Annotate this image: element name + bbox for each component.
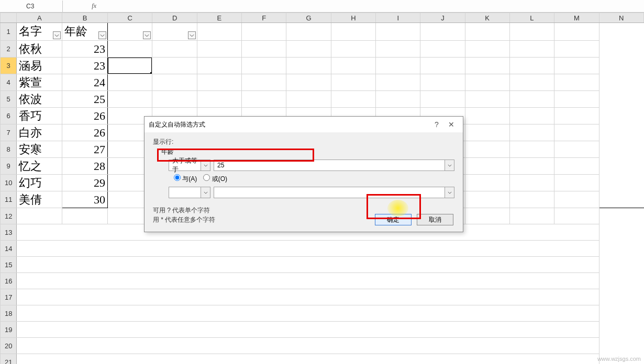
cell[interactable] — [242, 41, 286, 58]
cell[interactable] — [286, 58, 331, 74]
cell[interactable] — [465, 124, 509, 141]
cell[interactable]: 30 — [62, 191, 108, 208]
cell[interactable] — [152, 41, 197, 58]
dialog-titlebar[interactable]: 自定义自动筛选方式 ? ✕ — [145, 117, 463, 132]
cell[interactable] — [17, 257, 599, 273]
cell[interactable] — [376, 74, 420, 91]
cell[interactable] — [17, 354, 599, 365]
cell[interactable] — [331, 41, 375, 58]
cell[interactable] — [152, 91, 197, 108]
cell[interactable] — [376, 58, 420, 74]
cell[interactable]: 依秋 — [17, 41, 62, 58]
cell[interactable] — [509, 91, 554, 108]
col-header-I[interactable]: I — [376, 13, 420, 23]
cell[interactable] — [331, 23, 375, 41]
cell[interactable] — [152, 74, 197, 91]
cell[interactable] — [242, 23, 286, 41]
cell[interactable] — [554, 58, 599, 74]
cell[interactable]: 26 — [62, 124, 108, 141]
row-header[interactable]: 7 — [1, 124, 17, 141]
cell[interactable]: 28 — [62, 158, 108, 175]
row-header[interactable]: 19 — [1, 322, 17, 338]
cell[interactable] — [17, 289, 599, 305]
help-icon[interactable]: ? — [429, 119, 444, 130]
cell[interactable] — [242, 58, 286, 74]
cell[interactable] — [509, 74, 554, 91]
chevron-down-icon[interactable] — [201, 187, 210, 198]
cell-C1[interactable] — [108, 23, 152, 41]
cell[interactable] — [554, 124, 599, 141]
cell[interactable] — [62, 208, 108, 224]
cell[interactable]: 忆之 — [17, 158, 62, 175]
row-header-1[interactable]: 1 — [1, 23, 17, 41]
condition2-operator-combo[interactable] — [169, 187, 210, 198]
filter-button-A[interactable] — [53, 31, 61, 39]
row-header[interactable]: 8 — [1, 141, 17, 158]
col-header-N[interactable]: N — [599, 13, 643, 23]
cell[interactable] — [509, 58, 554, 74]
cell[interactable] — [197, 58, 241, 74]
cell[interactable] — [17, 338, 599, 354]
cell[interactable] — [17, 273, 599, 289]
cell[interactable] — [17, 208, 62, 224]
col-header-C[interactable]: C — [108, 13, 152, 23]
cell[interactable] — [509, 23, 554, 41]
row-header[interactable]: 16 — [1, 273, 17, 289]
condition1-operator-combo[interactable]: 大于或等于 — [169, 160, 210, 171]
select-all-corner[interactable] — [1, 13, 17, 23]
cell[interactable] — [108, 41, 152, 58]
cell[interactable] — [420, 41, 465, 58]
row-header[interactable]: 2 — [1, 41, 17, 58]
cell[interactable] — [465, 41, 509, 58]
cell[interactable] — [509, 141, 554, 158]
cell[interactable]: 27 — [62, 141, 108, 158]
cell[interactable] — [554, 23, 599, 41]
cell[interactable] — [465, 108, 509, 124]
cell[interactable] — [152, 58, 197, 74]
cell[interactable] — [242, 91, 286, 108]
cell[interactable] — [554, 108, 599, 124]
cell[interactable]: 白亦 — [17, 124, 62, 141]
formula-input[interactable] — [99, 1, 644, 12]
name-box[interactable]: C3 — [0, 1, 63, 12]
cell[interactable] — [509, 158, 554, 175]
col-header-G[interactable]: G — [286, 13, 331, 23]
cell[interactable] — [286, 91, 331, 108]
cell[interactable]: 29 — [62, 175, 108, 191]
cell[interactable] — [197, 91, 241, 108]
cell[interactable] — [509, 208, 554, 224]
row-header[interactable]: 13 — [1, 224, 17, 241]
cell[interactable] — [376, 23, 420, 41]
col-header-H[interactable]: H — [331, 13, 375, 23]
cell[interactable] — [465, 175, 509, 191]
cell[interactable] — [509, 191, 554, 208]
cell[interactable] — [554, 158, 599, 175]
row-header[interactable]: 10 — [1, 175, 17, 191]
cell[interactable] — [420, 74, 465, 91]
cell[interactable] — [197, 23, 241, 41]
row-header[interactable]: 5 — [1, 91, 17, 108]
row-header[interactable]: 21 — [1, 354, 17, 365]
cell[interactable] — [509, 108, 554, 124]
cell[interactable]: 23 — [62, 58, 108, 74]
cell[interactable] — [197, 74, 241, 91]
cell[interactable] — [420, 91, 465, 108]
cell[interactable] — [465, 208, 509, 224]
cell[interactable] — [420, 58, 465, 74]
row-header[interactable]: 11 — [1, 191, 17, 208]
cell[interactable]: 紫萱 — [17, 74, 62, 91]
col-header-F[interactable]: F — [242, 13, 286, 23]
cell[interactable] — [242, 74, 286, 91]
cell[interactable] — [465, 141, 509, 158]
cell[interactable] — [286, 41, 331, 58]
cell[interactable]: 幻巧 — [17, 175, 62, 191]
cell[interactable] — [465, 58, 509, 74]
cell[interactable] — [465, 191, 509, 208]
cell-C3-selected[interactable] — [108, 58, 152, 74]
cell[interactable] — [554, 191, 599, 208]
col-header-B[interactable]: B — [62, 13, 108, 23]
filter-button-C[interactable] — [143, 31, 151, 39]
cell[interactable] — [376, 91, 420, 108]
cell[interactable] — [108, 74, 152, 91]
cell[interactable] — [108, 91, 152, 108]
